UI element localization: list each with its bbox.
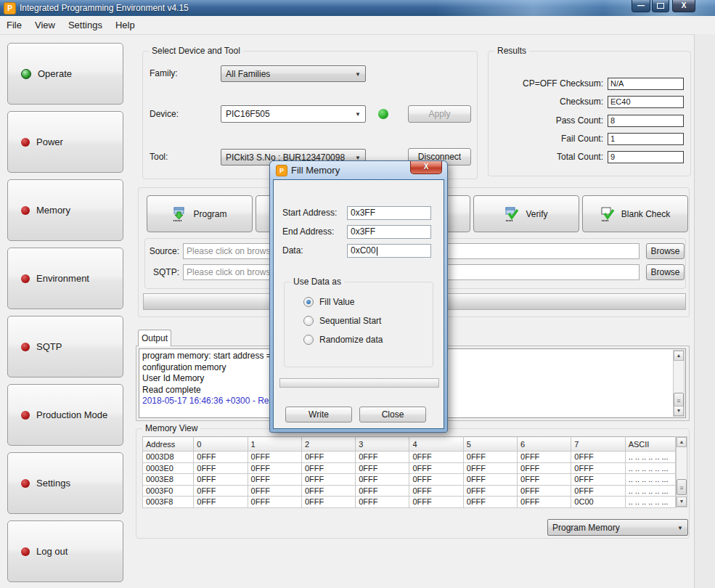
memory-value-cell[interactable]: 0C00: [571, 497, 625, 508]
memory-value-cell[interactable]: 0FFF: [356, 474, 409, 486]
memory-value-cell[interactable]: 0FFF: [194, 485, 248, 497]
sidebar-item-log-out[interactable]: Log out: [7, 520, 123, 582]
source-browse-button[interactable]: Browse: [646, 243, 685, 259]
memory-value-cell[interactable]: 0FFF: [518, 462, 571, 474]
memory-value-cell[interactable]: 0FFF: [463, 497, 517, 508]
end-address-input[interactable]: 0x3FF: [347, 225, 431, 239]
close-button[interactable]: X: [672, 0, 695, 12]
memory-value-cell[interactable]: 0FFF: [409, 452, 463, 463]
scroll-up-icon[interactable]: ▲: [677, 437, 687, 447]
memory-value-cell[interactable]: 0FFF: [356, 462, 409, 474]
tab-output[interactable]: Output: [138, 330, 171, 346]
memory-value-cell[interactable]: 0FFF: [248, 474, 301, 486]
results-group-title: Results: [494, 46, 529, 56]
scroll-down-icon[interactable]: ▼: [677, 497, 687, 507]
result-value-field: 9: [608, 151, 684, 163]
dialog-titlebar[interactable]: P Fill Memory X: [270, 161, 447, 179]
minimize-button[interactable]: —: [632, 0, 650, 12]
memory-scrollbar[interactable]: ▲ ≡ ▼: [676, 436, 687, 507]
radio-randomize-data[interactable]: Randomize data: [303, 334, 383, 345]
radio-button-icon[interactable]: [303, 316, 314, 326]
memory-value-cell[interactable]: 0FFF: [301, 497, 355, 508]
memory-value-cell[interactable]: 0FFF: [463, 485, 517, 497]
sidebar-item-sqtp[interactable]: SQTP: [7, 316, 123, 377]
maximize-button[interactable]: [652, 0, 669, 12]
data-input[interactable]: 0xC00: [347, 244, 431, 258]
memory-ascii-cell[interactable]: .. .. .. .. .. ...: [625, 474, 675, 486]
memory-value-cell[interactable]: 0FFF: [518, 497, 571, 508]
family-select[interactable]: All Families ▼: [221, 65, 366, 82]
start-address-input[interactable]: 0x3FF: [347, 206, 431, 220]
scroll-up-icon[interactable]: ▲: [674, 351, 684, 361]
memory-value-cell[interactable]: 0FFF: [301, 452, 355, 463]
memory-value-cell[interactable]: 0FFF: [248, 497, 301, 508]
memory-value-cell[interactable]: 0FFF: [463, 474, 517, 486]
memory-value-cell[interactable]: 0FFF: [194, 497, 248, 508]
verify-icon: [504, 207, 520, 221]
memory-value-cell[interactable]: 0FFF: [194, 474, 248, 486]
verify-button[interactable]: Verify: [473, 195, 579, 232]
memory-ascii-cell[interactable]: .. .. .. .. .. ...: [625, 462, 675, 474]
memory-value-cell[interactable]: 0FFF: [248, 485, 301, 497]
memory-value-cell[interactable]: 0FFF: [248, 462, 301, 474]
memory-value-cell[interactable]: 0FFF: [463, 452, 517, 463]
radio-fill-value[interactable]: Fill Value: [303, 296, 354, 307]
radio-sequential-start[interactable]: Sequential Start: [303, 315, 381, 326]
sidebar-item-label: SQTP: [36, 341, 62, 352]
status-red-icon: [21, 138, 30, 147]
radio-button-icon[interactable]: [303, 297, 314, 307]
sidebar-item-memory[interactable]: Memory: [7, 179, 123, 241]
write-button[interactable]: Write: [285, 407, 352, 422]
results-group: Results CP=OFF Checksum:N/AChecksum:EC40…: [488, 51, 691, 176]
memory-value-cell[interactable]: 0FFF: [301, 474, 355, 486]
memory-value-cell[interactable]: 0FFF: [463, 462, 517, 474]
memory-scroll-thumb[interactable]: ≡: [677, 479, 687, 495]
memory-ascii-cell[interactable]: .. .. .. .. .. ...: [625, 452, 675, 463]
memory-value-cell[interactable]: 0FFF: [571, 485, 625, 497]
memory-value-cell[interactable]: 0FFF: [571, 452, 625, 463]
memory-value-cell[interactable]: 0FFF: [518, 474, 571, 486]
memory-view-group: Memory View Address01234567ASCII 0003D80…: [136, 428, 690, 539]
memory-value-cell[interactable]: 0FFF: [301, 485, 355, 497]
text-caret: [377, 247, 377, 256]
memory-value-cell[interactable]: 0FFF: [356, 485, 409, 497]
blank-check-button[interactable]: Blank Check: [582, 195, 688, 232]
sidebar-item-power[interactable]: Power: [7, 111, 123, 173]
sqtp-browse-button[interactable]: Browse: [646, 264, 685, 280]
sidebar-item-production-mode[interactable]: Production Mode: [7, 384, 123, 446]
scroll-down-icon[interactable]: ▼: [674, 406, 684, 416]
memory-value-cell[interactable]: 0FFF: [356, 497, 409, 508]
device-select[interactable]: PIC16F505 ▼: [221, 105, 366, 123]
memory-value-cell[interactable]: 0FFF: [194, 452, 248, 463]
memory-ascii-cell[interactable]: .. .. .. .. .. ...: [625, 497, 675, 508]
memory-row: 0003E80FFF0FFF0FFF0FFF0FFF0FFF0FFF0FFF..…: [143, 474, 676, 486]
memory-value-cell[interactable]: 0FFF: [518, 452, 571, 463]
dialog-close-button[interactable]: Close: [359, 407, 426, 422]
result-value-field: 8: [608, 115, 684, 127]
output-scroll-thumb[interactable]: ≡: [674, 393, 684, 407]
memory-row: 0003E00FFF0FFF0FFF0FFF0FFF0FFF0FFF0FFF..…: [143, 462, 676, 474]
dialog-close-icon[interactable]: X: [410, 161, 442, 174]
memory-value-cell[interactable]: 0FFF: [248, 452, 301, 463]
memory-value-cell[interactable]: 0FFF: [409, 462, 463, 474]
sidebar-item-operate[interactable]: Operate: [7, 43, 123, 105]
memory-value-cell[interactable]: 0FFF: [194, 462, 248, 474]
memory-value-cell[interactable]: 0FFF: [356, 452, 409, 463]
memory-type-select[interactable]: Program Memory ▼: [547, 519, 688, 536]
memory-value-cell[interactable]: 0FFF: [301, 462, 355, 474]
program-button[interactable]: Program: [147, 195, 253, 232]
apply-button[interactable]: Apply: [408, 105, 471, 123]
memory-value-cell[interactable]: 0FFF: [409, 485, 463, 497]
memory-ascii-cell[interactable]: .. .. .. .. .. ...: [625, 485, 675, 497]
memory-row: 0003F80FFF0FFF0FFF0FFF0FFF0FFF0FFF0C00..…: [143, 497, 676, 508]
memory-value-cell[interactable]: 0FFF: [571, 474, 625, 486]
memory-value-cell[interactable]: 0FFF: [518, 485, 571, 497]
memory-value-cell[interactable]: 0FFF: [409, 474, 463, 486]
memory-value-cell[interactable]: 0FFF: [571, 462, 625, 474]
sidebar-item-settings[interactable]: Settings: [7, 452, 123, 514]
radio-button-icon[interactable]: [303, 335, 314, 345]
status-red-icon: [21, 479, 30, 488]
memory-value-cell[interactable]: 0FFF: [409, 497, 463, 508]
output-scrollbar[interactable]: ▲ ≡ ▼: [673, 350, 685, 417]
sidebar-item-environment[interactable]: Environment: [7, 248, 123, 309]
